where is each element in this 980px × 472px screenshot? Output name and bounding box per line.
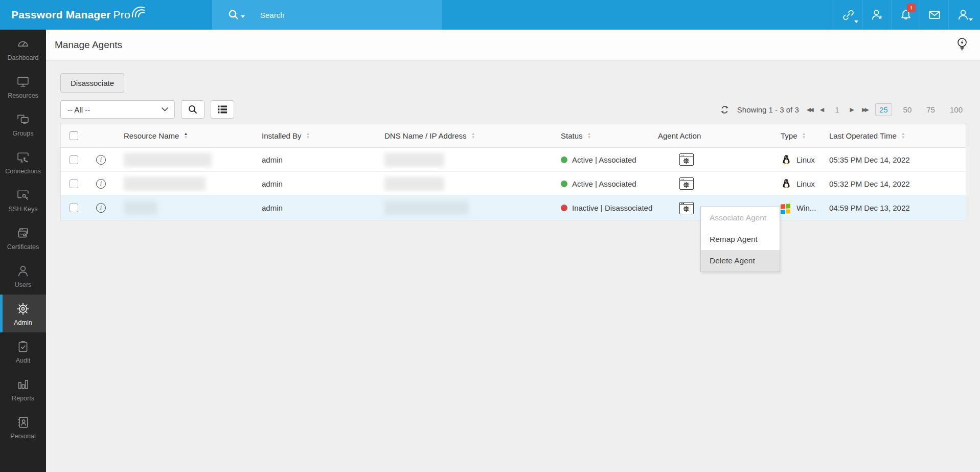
disassociate-button[interactable]: Disassociate	[60, 73, 124, 93]
bulb-icon	[956, 37, 968, 52]
status-dot-inactive	[561, 205, 567, 211]
sidebar-item-dashboard[interactable]: Dashboard	[0, 30, 46, 68]
list-icon	[217, 105, 227, 114]
profile-icon	[956, 8, 970, 21]
redacted-dns-name	[384, 201, 469, 215]
table-header-row: Resource Name▲▼ Installed By▲▼ DNS Name …	[61, 124, 966, 148]
column-status[interactable]: Status▲▼	[553, 131, 650, 140]
redacted-resource-name	[124, 153, 212, 167]
sidebar-item-certificates[interactable]: Certificates	[0, 219, 46, 257]
filter-selected-value: -- All --	[67, 105, 90, 114]
user-favorites-button[interactable]	[862, 0, 891, 30]
sidebar-item-reports[interactable]: Reports	[0, 370, 46, 408]
sort-installed-by[interactable]: ▲▼	[306, 132, 310, 139]
refresh-icon	[720, 105, 730, 115]
column-type[interactable]: Type▲▼	[772, 131, 821, 140]
page-size-25[interactable]: 25	[875, 103, 892, 116]
menu-item-delete-agent[interactable]: Delete Agent	[701, 250, 780, 272]
installed-by-value: admin	[254, 155, 376, 164]
quick-link-button[interactable]	[834, 0, 862, 30]
menu-item-remap-agent[interactable]: Remap Agent	[701, 229, 780, 250]
column-installed-by[interactable]: Installed By▲▼	[254, 131, 376, 140]
agent-action-button[interactable]	[679, 177, 694, 190]
app-logo[interactable]: Password ManagerPro	[0, 0, 212, 30]
status-dot-active	[561, 181, 567, 187]
status-dot-active	[561, 156, 567, 163]
search-filter-button[interactable]	[181, 100, 204, 119]
sort-status[interactable]: ▲▼	[587, 132, 591, 139]
agent-action-button[interactable]	[679, 153, 694, 166]
sidebar-item-audit[interactable]: Audit	[0, 332, 46, 370]
installed-by-value: admin	[254, 179, 376, 188]
table-row[interactable]: i admin Active | Associated Linux 05:32 …	[61, 172, 966, 196]
sidebar-item-users[interactable]: Users	[0, 257, 46, 295]
column-chooser-button[interactable]	[211, 100, 234, 119]
page-size-100[interactable]: 100	[946, 104, 966, 116]
sort-resource-name[interactable]: ▲▼	[184, 132, 188, 139]
info-icon[interactable]: i	[96, 155, 106, 165]
table-row-selected[interactable]: i admin Inactive | Disassociated Win... …	[61, 196, 966, 220]
agent-action-context-menu: Associate Agent Remap Agent Delete Agent	[700, 207, 780, 272]
link-icon	[842, 9, 855, 21]
showing-count: Showing 1 - 3 of 3	[737, 105, 799, 114]
dashboard-icon	[15, 36, 31, 52]
last-page-button[interactable]: ▶▶	[862, 106, 868, 113]
page-title: Manage Agents	[55, 39, 122, 51]
mail-icon	[928, 8, 941, 21]
sidebar-item-groups[interactable]: Groups	[0, 105, 46, 143]
status-value: Inactive | Disassociated	[553, 204, 650, 212]
linux-icon	[781, 178, 792, 189]
last-operated-value: 05:35 PM Dec 14, 2022	[821, 155, 966, 164]
sidebar-nav: Dashboard Resources Groups Connections S…	[0, 30, 46, 472]
first-page-button[interactable]: ◀◀	[807, 106, 812, 113]
linux-icon	[781, 154, 792, 165]
agent-action-button-open[interactable]	[679, 202, 694, 214]
table-row[interactable]: i admin Active | Associated Linux 05:35 …	[61, 148, 966, 172]
refresh-button[interactable]	[720, 105, 730, 115]
notifications-button[interactable]: !	[891, 0, 920, 30]
installed-by-value: admin	[254, 204, 376, 212]
logo-text: Password ManagerPro	[11, 9, 130, 21]
notification-badge: !	[907, 4, 916, 12]
link-caret-icon	[854, 20, 858, 23]
row-checkbox[interactable]	[70, 204, 78, 212]
column-last-operated-time[interactable]: Last Operated Time▲▼	[821, 131, 966, 140]
connections-icon	[15, 150, 31, 165]
next-page-button[interactable]: ▶	[850, 106, 854, 113]
sidebar-item-ssh-keys[interactable]: SSH Keys	[0, 181, 46, 219]
prev-page-button[interactable]: ◀	[820, 106, 824, 113]
global-search[interactable]: Search	[212, 0, 442, 30]
menu-item-associate-agent: Associate Agent	[701, 207, 780, 229]
page-header: Manage Agents	[46, 30, 980, 61]
row-checkbox[interactable]	[70, 155, 78, 164]
row-checkbox[interactable]	[70, 179, 78, 188]
column-resource-name[interactable]: Resource Name▲▼	[116, 131, 254, 140]
page-size-50[interactable]: 50	[900, 104, 916, 116]
info-icon[interactable]: i	[96, 203, 106, 213]
sort-last-operated[interactable]: ▲▼	[901, 132, 905, 139]
top-bar: Password ManagerPro Search !	[0, 0, 980, 30]
tips-button[interactable]	[956, 37, 968, 54]
reports-icon	[15, 377, 31, 392]
sidebar-item-resources[interactable]: Resources	[0, 68, 46, 105]
sort-type[interactable]: ▲▼	[802, 132, 806, 139]
mail-button[interactable]	[920, 0, 948, 30]
groups-icon	[15, 112, 31, 127]
select-all-checkbox[interactable]	[70, 131, 78, 140]
current-page[interactable]: 1	[832, 105, 842, 114]
profile-button[interactable]	[948, 0, 977, 30]
sidebar-item-personal[interactable]: Personal	[0, 408, 46, 446]
user-star-icon	[871, 8, 884, 21]
page-size-75[interactable]: 75	[923, 104, 939, 116]
windows-icon	[781, 203, 792, 214]
info-icon[interactable]: i	[96, 179, 106, 189]
search-scope-caret-icon[interactable]	[241, 15, 245, 18]
sidebar-item-admin[interactable]: Admin	[0, 295, 46, 332]
sidebar-item-connections[interactable]: Connections	[0, 143, 46, 181]
column-dns-name[interactable]: DNS Name / IP Address▲▼	[376, 131, 553, 140]
profile-caret-icon	[969, 18, 973, 21]
resource-filter-select[interactable]: -- All --	[60, 100, 175, 119]
search-placeholder: Search	[260, 11, 285, 19]
sort-dns-name[interactable]: ▲▼	[471, 132, 475, 139]
certificates-icon	[15, 226, 31, 241]
